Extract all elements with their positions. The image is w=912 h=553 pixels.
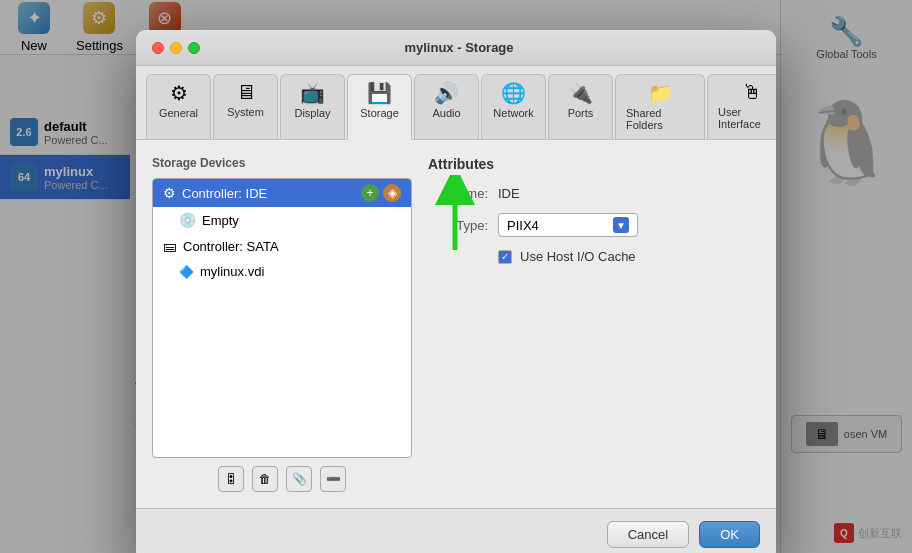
general-tab-icon: ⚙ bbox=[170, 81, 188, 105]
name-value: IDE bbox=[498, 186, 520, 201]
tab-general[interactable]: ⚙ General bbox=[146, 74, 211, 139]
attributes-title: Attributes bbox=[428, 156, 760, 172]
add-optical-button[interactable]: + bbox=[361, 184, 379, 202]
system-tab-label: System bbox=[227, 106, 264, 118]
zoom-button[interactable] bbox=[188, 42, 200, 54]
tab-network[interactable]: 🌐 Network bbox=[481, 74, 546, 139]
tab-ui[interactable]: 🖱 User Interface bbox=[707, 74, 776, 139]
dialog-footer: Cancel OK bbox=[136, 508, 776, 553]
checkbox-check-icon: ✓ bbox=[501, 251, 509, 262]
shared-folders-tab-label: Shared Folders bbox=[626, 107, 694, 131]
add-attachment-icon: 📎 bbox=[292, 472, 307, 486]
checkbox-row: ✓ Use Host I/O Cache bbox=[498, 249, 760, 264]
display-tab-label: Display bbox=[294, 107, 330, 119]
add-controller-button[interactable]: 🎛 bbox=[218, 466, 244, 492]
vdi-label: mylinux.vdi bbox=[200, 264, 401, 279]
minimize-button[interactable] bbox=[170, 42, 182, 54]
system-tab-icon: 🖥 bbox=[236, 81, 256, 104]
modal-overlay: mylinux - Storage ⚙ General 🖥 System 📺 D… bbox=[0, 0, 912, 553]
storage-tree: ⚙ Controller: IDE + ◈ 💿 bbox=[152, 178, 412, 458]
controller-sata-label: Controller: SATA bbox=[183, 239, 401, 254]
remove-controller-button[interactable]: 🗑 bbox=[252, 466, 278, 492]
empty-label: Empty bbox=[202, 213, 401, 228]
arrow-svg bbox=[425, 175, 485, 255]
ports-tab-icon: 🔌 bbox=[568, 81, 593, 105]
ok-button[interactable]: OK bbox=[699, 521, 760, 548]
tab-storage[interactable]: 💾 Storage bbox=[347, 74, 412, 140]
traffic-lights bbox=[152, 42, 200, 54]
storage-tab-label: Storage bbox=[360, 107, 399, 119]
remove-controller-icon: 🗑 bbox=[259, 472, 271, 486]
tree-item-controller-ide[interactable]: ⚙ Controller: IDE + ◈ bbox=[153, 179, 411, 207]
cancel-button[interactable]: Cancel bbox=[607, 521, 689, 548]
use-host-io-cache-checkbox[interactable]: ✓ bbox=[498, 250, 512, 264]
storage-panel-title: Storage Devices bbox=[152, 156, 412, 170]
empty-drive-icon: 💿 bbox=[179, 212, 196, 228]
display-tab-icon: 📺 bbox=[300, 81, 325, 105]
tab-bar: ⚙ General 🖥 System 📺 Display 💾 Storage 🔊… bbox=[136, 66, 776, 140]
storage-panel: Storage Devices ⚙ Controller: IDE + ◈ bbox=[152, 156, 412, 492]
controller-ide-label: Controller: IDE bbox=[182, 186, 355, 201]
controller-ide-actions: + ◈ bbox=[361, 184, 401, 202]
storage-tab-icon: 💾 bbox=[367, 81, 392, 105]
tab-shared-folders[interactable]: 📁 Shared Folders bbox=[615, 74, 705, 139]
add-controller-icon: 🎛 bbox=[225, 472, 237, 486]
network-tab-label: Network bbox=[493, 107, 533, 119]
add-attachment-button[interactable]: 📎 bbox=[286, 466, 312, 492]
audio-tab-label: Audio bbox=[432, 107, 460, 119]
tab-system[interactable]: 🖥 System bbox=[213, 74, 278, 139]
remove-attachment-button[interactable]: ➖ bbox=[320, 466, 346, 492]
add-hd-icon: ◈ bbox=[388, 186, 397, 200]
ui-tab-icon: 🖱 bbox=[742, 81, 762, 104]
storage-dialog: mylinux - Storage ⚙ General 🖥 System 📺 D… bbox=[136, 30, 776, 553]
tab-ports[interactable]: 🔌 Ports bbox=[548, 74, 613, 139]
tab-audio[interactable]: 🔊 Audio bbox=[414, 74, 479, 139]
dialog-titlebar: mylinux - Storage bbox=[136, 30, 776, 66]
add-optical-icon: + bbox=[366, 186, 373, 200]
general-tab-label: General bbox=[159, 107, 198, 119]
audio-tab-icon: 🔊 bbox=[434, 81, 459, 105]
controller-ide-icon: ⚙ bbox=[163, 185, 176, 201]
ports-tab-label: Ports bbox=[568, 107, 594, 119]
type-select[interactable]: PIIX4 ▼ bbox=[498, 213, 638, 237]
green-arrow-annotation bbox=[425, 175, 485, 258]
close-button[interactable] bbox=[152, 42, 164, 54]
controller-sata-icon: 🖴 bbox=[163, 238, 177, 254]
type-dropdown-arrow: ▼ bbox=[613, 217, 629, 233]
tree-item-empty[interactable]: 💿 Empty bbox=[153, 207, 411, 233]
vdi-icon: 🔷 bbox=[179, 265, 194, 279]
tree-toolbar: 🎛 🗑 📎 ➖ bbox=[152, 458, 412, 492]
add-hd-button[interactable]: ◈ bbox=[383, 184, 401, 202]
dialog-title: mylinux - Storage bbox=[208, 40, 710, 55]
remove-attachment-icon: ➖ bbox=[326, 472, 341, 486]
tree-item-controller-sata[interactable]: 🖴 Controller: SATA bbox=[153, 233, 411, 259]
type-value: PIIX4 bbox=[507, 218, 539, 233]
ui-tab-label: User Interface bbox=[718, 106, 776, 130]
tree-item-mylinux-vdi[interactable]: 🔷 mylinux.vdi bbox=[153, 259, 411, 284]
checkbox-label: Use Host I/O Cache bbox=[520, 249, 636, 264]
tab-display[interactable]: 📺 Display bbox=[280, 74, 345, 139]
network-tab-icon: 🌐 bbox=[501, 81, 526, 105]
shared-folders-tab-icon: 📁 bbox=[648, 81, 673, 105]
dropdown-chevron-icon: ▼ bbox=[616, 220, 626, 231]
